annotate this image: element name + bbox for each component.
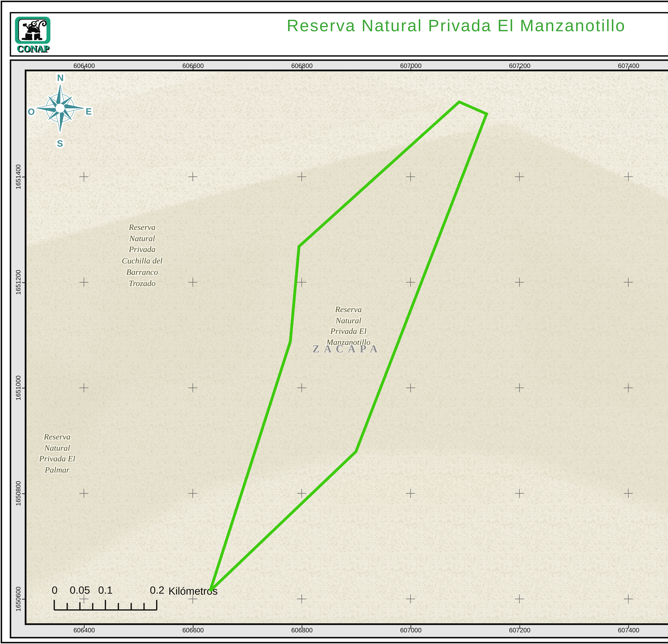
svg-text:0.2: 0.2	[150, 584, 164, 596]
svg-text:Natural: Natural	[129, 234, 155, 243]
svg-text:0.05: 0.05	[70, 584, 90, 596]
svg-text:N: N	[57, 73, 64, 83]
svg-text:O: O	[28, 107, 35, 117]
svg-text:Privada: Privada	[128, 245, 155, 254]
svg-text:S: S	[57, 138, 63, 148]
svg-text:ZACAPA: ZACAPA	[312, 343, 382, 355]
svg-text:Palmar: Palmar	[45, 465, 70, 474]
svg-text:Privada El: Privada El	[330, 327, 366, 335]
svg-text:Reserva: Reserva	[335, 305, 362, 314]
svg-text:Natural: Natural	[44, 443, 70, 452]
svg-text:Reserva: Reserva	[128, 223, 155, 232]
svg-text:Barranco: Barranco	[126, 267, 158, 277]
svg-text:0: 0	[52, 584, 58, 596]
svg-text:Trozado: Trozado	[128, 279, 155, 288]
svg-text:Reserva: Reserva	[44, 432, 71, 441]
svg-text:CONAP: CONAP	[17, 43, 49, 53]
svg-text:E: E	[86, 106, 92, 116]
svg-text:0.1: 0.1	[98, 584, 112, 596]
svg-text:Privada El: Privada El	[39, 454, 75, 463]
svg-text:Cuchilla del: Cuchilla del	[122, 256, 163, 265]
svg-text:Natural: Natural	[335, 316, 361, 325]
